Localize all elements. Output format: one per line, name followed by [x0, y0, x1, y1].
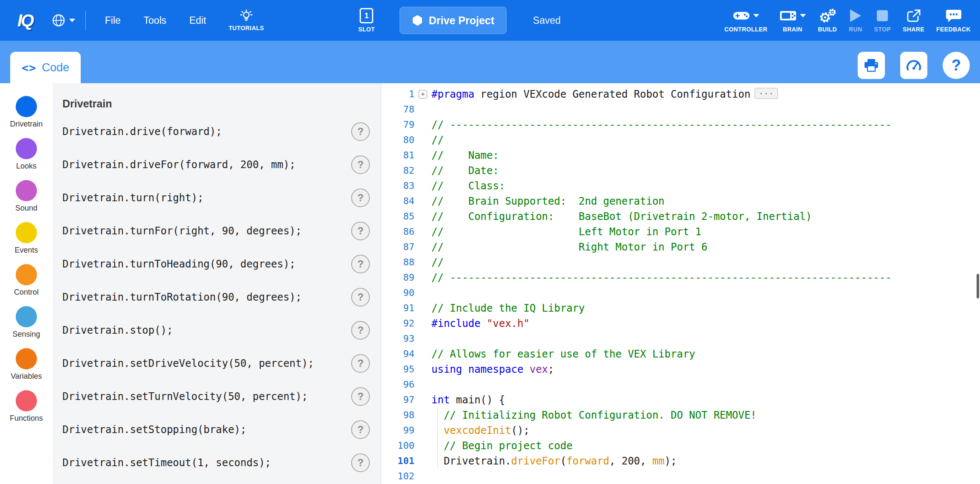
language-selector[interactable] — [52, 14, 75, 27]
code-line: 91// Include the IQ Library — [381, 301, 980, 316]
line-number: 85 — [381, 209, 414, 224]
feedback-button[interactable]: FEEDBACK — [936, 8, 971, 33]
line-number: 102 — [381, 469, 414, 484]
line-number: 90 — [381, 285, 414, 301]
code-line: 94// Allows for easier use of the VEX Li… — [381, 346, 980, 362]
monitor-button[interactable] — [900, 52, 927, 79]
command-text[interactable]: Drivetrain.setDriveVelocity(50, percent)… — [62, 357, 314, 369]
caret-down-icon — [69, 19, 75, 22]
line-number: 78 — [381, 102, 414, 117]
command-text[interactable]: Drivetrain.setTurnVelocity(50, percent); — [62, 391, 308, 402]
build-button[interactable]: BUILD — [818, 8, 837, 33]
menu-tools[interactable]: Tools — [132, 15, 178, 26]
command-text[interactable]: Drivetrain.turnToHeading(90, degrees); — [62, 258, 296, 270]
project-name-button[interactable]: Drive Project — [400, 7, 507, 34]
fold-gutter — [414, 132, 431, 148]
line-number: 100 — [381, 438, 414, 453]
fold-gutter — [414, 301, 431, 316]
looks-category-icon — [16, 138, 37, 159]
command-help-button[interactable]: ? — [351, 155, 370, 174]
code-text: int main() { — [431, 392, 980, 408]
command-row: Drivetrain.turnToHeading(90, degrees);? — [53, 248, 381, 281]
command-help-button[interactable]: ? — [351, 387, 370, 406]
menu-edit[interactable]: Edit — [178, 15, 218, 26]
sidebar-item-sound[interactable]: Sound — [0, 180, 53, 222]
fold-gutter — [414, 148, 431, 163]
collapsed-region-icon[interactable]: ··· — [755, 88, 777, 99]
command-text[interactable]: Drivetrain.turnFor(right, 90, degrees); — [62, 225, 302, 237]
code-text — [431, 102, 980, 117]
stop-button[interactable]: STOP — [874, 8, 891, 33]
brain-button[interactable]: BRAIN — [779, 8, 806, 33]
code-text: // -------------------------------------… — [431, 117, 980, 132]
share-button[interactable]: SHARE — [903, 8, 924, 33]
separator — [85, 11, 86, 30]
command-help-button[interactable]: ? — [351, 321, 370, 340]
code-line: 99 vexcodeInit(); — [381, 423, 980, 438]
sidebar-item-functions[interactable]: Functions — [0, 390, 53, 432]
sidebar-item-sensing[interactable]: Sensing — [0, 306, 53, 348]
command-panel: Drivetrain Drivetrain.drive(forward);?Dr… — [53, 83, 381, 484]
share-label: SHARE — [903, 26, 924, 33]
command-help-button[interactable]: ? — [351, 189, 370, 207]
editor-scrollbar[interactable] — [977, 274, 979, 298]
command-help-button[interactable]: ? — [351, 420, 370, 439]
code-text: // Left Motor in Port 1 — [431, 224, 980, 239]
code-line: 88// — [381, 255, 980, 270]
command-help-button[interactable]: ? — [351, 122, 370, 141]
code-editor[interactable]: 1+#pragma region VEXcode Generated Robot… — [381, 83, 980, 484]
code-text: // — [431, 132, 980, 148]
code-text: // Right Motor in Port 6 — [431, 239, 980, 255]
slot-icon: 1 — [360, 8, 373, 23]
fold-gutter — [414, 270, 431, 285]
sidebar-item-control[interactable]: Control — [0, 264, 53, 306]
command-help-button[interactable]: ? — [351, 222, 370, 240]
sidebar-item-drivetrain[interactable]: Drivetrain — [0, 96, 53, 138]
command-text[interactable]: Drivetrain.driveFor(forward, 200, mm); — [62, 159, 296, 171]
run-button[interactable]: RUN — [849, 8, 862, 33]
command-text[interactable]: Drivetrain.stop(); — [62, 324, 173, 336]
code-tab-label: Code — [42, 61, 69, 74]
feedback-label: FEEDBACK — [936, 26, 971, 33]
command-text[interactable]: Drivetrain.setStopping(brake); — [62, 424, 246, 436]
command-help-button[interactable]: ? — [351, 453, 370, 472]
tutorials-button[interactable]: TUTORIALS — [228, 9, 264, 31]
controller-button[interactable]: CONTROLLER — [724, 8, 767, 33]
command-row: Drivetrain.drive(forward);? — [53, 115, 381, 148]
variables-category-icon — [16, 348, 37, 369]
slot-number: 1 — [364, 11, 369, 20]
slot-selector[interactable]: 1 SLOT — [358, 8, 375, 33]
command-help-button[interactable]: ? — [351, 288, 370, 307]
functions-category-icon — [16, 390, 37, 411]
printer-icon — [864, 58, 879, 73]
sidebar-item-events[interactable]: Events — [0, 222, 53, 264]
command-text[interactable]: Drivetrain.drive(forward); — [62, 126, 222, 138]
feedback-icon — [946, 9, 962, 23]
fold-toggle-icon[interactable]: + — [419, 90, 427, 98]
line-number: 96 — [381, 377, 414, 392]
tab-bar: <> Code ? — [0, 41, 980, 83]
command-text[interactable]: Drivetrain.turn(right); — [62, 192, 203, 204]
sidebar-item-variables[interactable]: Variables — [0, 348, 53, 390]
slot-label: SLOT — [358, 26, 375, 33]
line-number: 95 — [381, 362, 414, 377]
code-line: 87// Right Motor in Port 6 — [381, 239, 980, 255]
code-text: // Allows for easier use of the VEX Libr… — [431, 346, 980, 362]
code-text: // Begin project code — [431, 438, 980, 453]
tab-code[interactable]: <> Code — [10, 52, 81, 83]
fold-gutter — [414, 239, 431, 255]
menu-file[interactable]: File — [93, 15, 132, 26]
sidebar-item-looks[interactable]: Looks — [0, 138, 53, 180]
stop-icon — [877, 10, 888, 21]
command-text[interactable]: Drivetrain.turnToRotation(90, degrees); — [62, 291, 302, 303]
command-help-button[interactable]: ? — [351, 354, 370, 373]
print-button[interactable] — [858, 52, 885, 79]
line-number: 94 — [381, 346, 414, 362]
line-number: 97 — [381, 392, 414, 408]
command-text[interactable]: Drivetrain.setTimeout(1, seconds); — [62, 457, 271, 469]
command-row: Drivetrain.turnFor(right, 90, degrees);? — [53, 214, 381, 248]
command-row: Drivetrain.turnToRotation(90, degrees);? — [53, 281, 381, 314]
command-help-button[interactable]: ? — [351, 255, 370, 273]
category-label: Sound — [15, 204, 37, 213]
help-button[interactable]: ? — [943, 52, 970, 79]
